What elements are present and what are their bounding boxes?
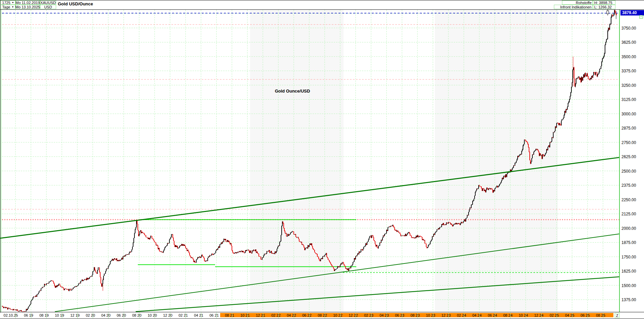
x-axis-label: 06 19 bbox=[21, 313, 36, 317]
y-axis-label: 2125.00 bbox=[621, 212, 636, 216]
y-axis-label: 3750.00 bbox=[621, 26, 636, 31]
y-axis-label: 3375.00 bbox=[621, 69, 636, 73]
collapse-icon[interactable] bbox=[639, 15, 643, 19]
crosshair-cursor-icon bbox=[607, 9, 609, 15]
chevron-down-icon: ▼ bbox=[11, 6, 14, 8]
x-axis-label: 10 24 bbox=[516, 313, 531, 317]
x-axis-label: 02 20 bbox=[83, 313, 98, 317]
y-axis-label: 2625.00 bbox=[621, 154, 636, 159]
x-axis-label: 12 20 bbox=[160, 313, 175, 317]
y-axis-label: 3125.00 bbox=[621, 97, 636, 102]
x-axis-label: 06 20 bbox=[114, 313, 129, 317]
y-axis-label: 3250.00 bbox=[621, 83, 636, 88]
x-axis-label: 08 23 bbox=[408, 313, 422, 317]
last-price-badge: 3879.40 bbox=[620, 10, 644, 15]
x-axis-label: 12 23 bbox=[439, 313, 453, 317]
x-axis-label: 10 19 bbox=[52, 313, 67, 317]
x-axis-label: 12 22 bbox=[346, 313, 361, 317]
x-axis-label: 08 21 bbox=[222, 313, 237, 317]
start-date-field[interactable]: Mo 11.02.2019 bbox=[15, 0, 40, 5]
x-axis-label: 04 22 bbox=[284, 313, 299, 317]
y-axis-label: 3500.00 bbox=[621, 55, 636, 59]
left-border bbox=[0, 0, 0, 319]
x-axis-label: 08 22 bbox=[315, 313, 330, 317]
y-axis-label: 2750.00 bbox=[621, 140, 636, 145]
x-axis-label: 06 23 bbox=[392, 313, 407, 317]
zoom-reset-button[interactable]: Z bbox=[615, 313, 619, 318]
x-axis-label: 04 23 bbox=[377, 313, 392, 317]
header-divider bbox=[0, 9, 644, 10]
top-border bbox=[0, 0, 644, 0]
x-axis-label: 12 19 bbox=[68, 313, 82, 317]
x-axis-label: 04 25 bbox=[562, 313, 577, 317]
y-axis-label: 3625.00 bbox=[621, 40, 636, 45]
y-axis-label: 1625.00 bbox=[621, 269, 636, 274]
provider-label: Infront Indikationen bbox=[554, 5, 593, 9]
x-axis-label: 06 21 bbox=[207, 313, 222, 317]
y-axis-label: 2375.00 bbox=[621, 183, 636, 188]
x-axis-label: 10 21 bbox=[238, 313, 252, 317]
candlestick-chart[interactable] bbox=[0, 0, 644, 319]
x-axis-label: 02 24 bbox=[454, 313, 469, 317]
y-axis-label: 1750.00 bbox=[621, 255, 636, 259]
x-axis-label: 04 20 bbox=[98, 313, 113, 317]
x-axis-label: 10 22 bbox=[330, 313, 345, 317]
bars-count-value: 1725 bbox=[2, 1, 10, 5]
period-dropdown[interactable]: Tage ▼ bbox=[1, 5, 15, 9]
trading-chart-window: 1725 ▼ Mo 11.02.2019 XAUUSD Tage ▼ Mo 13… bbox=[0, 0, 644, 319]
category-label: Rohstoffe bbox=[562, 0, 593, 5]
background-bands bbox=[250, 10, 558, 312]
y-axis-label: 1500.00 bbox=[621, 283, 636, 288]
y-axis-label: 2000.00 bbox=[621, 226, 636, 231]
x-axis-label: 02 23 bbox=[361, 313, 376, 317]
x-axis-label: 12 24 bbox=[531, 313, 546, 317]
x-axis-label: 02 25 bbox=[547, 313, 562, 317]
chart-annotation: Gold Ounce/USD bbox=[266, 88, 319, 94]
period-high-label: H: 3898.75 bbox=[593, 0, 615, 5]
plot-bottom-border bbox=[0, 312, 644, 312]
x-axis-label: 02 22 bbox=[269, 313, 283, 317]
bars-count-dropdown[interactable]: 1725 ▼ bbox=[1, 0, 15, 5]
symbol-field[interactable]: XAUUSD bbox=[40, 0, 56, 5]
chart-title: Gold USD/Ounce bbox=[58, 1, 93, 6]
x-axis-label: 06 24 bbox=[485, 313, 500, 317]
y-axis-label: 2875.00 bbox=[621, 126, 636, 131]
x-axis-label: 10 20 bbox=[145, 313, 160, 317]
y-axis-label: 3000.00 bbox=[621, 112, 636, 116]
x-axis-label: 06 22 bbox=[299, 313, 314, 317]
currency-field: USD bbox=[40, 5, 56, 9]
x-axis-label: 10 23 bbox=[423, 313, 438, 317]
x-axis-label: 06 25 bbox=[578, 313, 593, 317]
x-axis-label: 02.10.25 bbox=[3, 313, 18, 317]
period-low-label: L: 1266.32 bbox=[593, 5, 615, 9]
y-axis-label: 1375.00 bbox=[621, 297, 636, 302]
y-axis-label: 2500.00 bbox=[621, 169, 636, 174]
x-axis-label: 02 21 bbox=[176, 313, 191, 317]
x-axis-label: 08 24 bbox=[500, 313, 515, 317]
y-axis-label: 1875.00 bbox=[621, 240, 636, 245]
x-axis-label: 04 24 bbox=[470, 313, 484, 317]
x-axis-label: 08 25 bbox=[593, 313, 608, 317]
x-axis-label: 12 21 bbox=[253, 313, 268, 317]
end-date-field[interactable]: Mo 13.10.2025 bbox=[15, 5, 40, 9]
x-axis-label: 04 21 bbox=[191, 313, 206, 317]
period-value: Tage bbox=[2, 5, 10, 9]
x-axis-label: 08 20 bbox=[129, 313, 144, 317]
chevron-down-icon: ▼ bbox=[12, 1, 14, 4]
x-axis-label: 08 19 bbox=[37, 313, 51, 317]
y-axis-label: 2250.00 bbox=[621, 198, 636, 202]
